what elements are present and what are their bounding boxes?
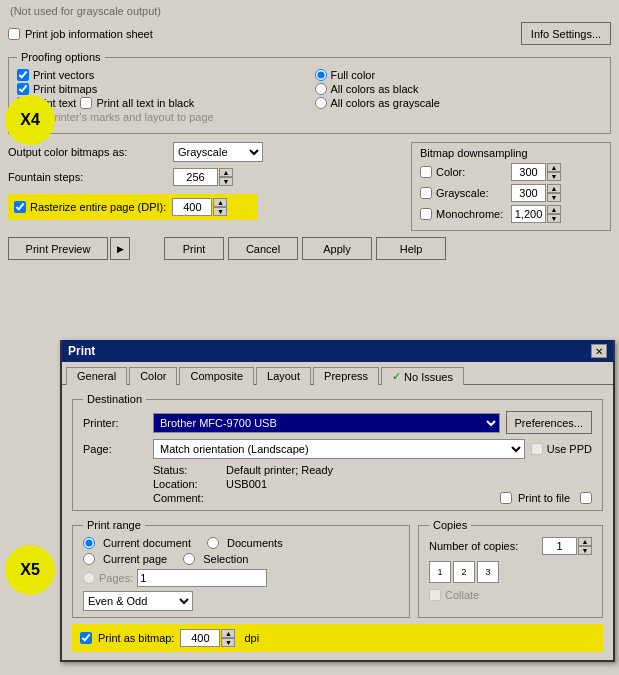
print-to-file-checkbox2[interactable] (580, 492, 592, 504)
status-section: Status: Default printer; Ready Location:… (153, 464, 592, 504)
print-as-bitmap-checkbox[interactable] (80, 632, 92, 644)
print-bitmap-input[interactable] (180, 629, 220, 647)
tab-prepress[interactable]: Prepress (313, 367, 379, 385)
color-down-btn[interactable]: ▼ (547, 172, 561, 181)
color-up-btn[interactable]: ▲ (547, 163, 561, 172)
bitmap-down-btn[interactable]: ▼ (221, 638, 235, 647)
selection-radio[interactable] (183, 553, 195, 565)
dialog-content: Destination Printer: Brother MFC-9700 US… (62, 385, 613, 660)
printer-select[interactable]: Brother MFC-9700 USB (153, 413, 500, 433)
no-issues-icon: ✓ (392, 370, 401, 383)
grayscale-up-btn[interactable]: ▲ (547, 184, 561, 193)
dpi-label: dpi (244, 632, 259, 644)
fit-printer-marks-row: Fit printer's marks and layout to page (17, 111, 305, 123)
bottom-buttons-row: Print Preview ▶ Print Cancel Apply Help (8, 237, 611, 260)
dialog-close-button[interactable]: ✕ (591, 344, 607, 358)
collate-label: Collate (445, 589, 479, 601)
print-preview-arrow[interactable]: ▶ (110, 237, 130, 260)
status-value: Default printer; Ready (226, 464, 333, 476)
print-button[interactable]: Print (164, 237, 224, 260)
all-colors-grayscale-row: All colors as grayscale (315, 97, 603, 109)
x5-badge: X5 (5, 545, 55, 595)
page-icon-3: 3 (477, 561, 499, 583)
monochrome-up-btn[interactable]: ▲ (547, 205, 561, 214)
bitmap-up-btn[interactable]: ▲ (221, 629, 235, 638)
grayscale-downsampling-row: Grayscale: ▲ ▼ (420, 184, 602, 202)
dialog-bottom: Print range Current document Documents C… (72, 519, 603, 618)
print-job-label: Print job information sheet (25, 28, 153, 40)
print-all-text-black-checkbox[interactable] (80, 97, 92, 109)
print-as-bitmap-label: Print as bitmap: (98, 632, 174, 644)
current-page-radio[interactable] (83, 553, 95, 565)
grayscale-down-btn[interactable]: ▼ (547, 193, 561, 202)
monochrome-downsampling-checkbox[interactable] (420, 208, 432, 220)
full-color-row: Full color (315, 69, 603, 81)
all-colors-grayscale-label: All colors as grayscale (331, 97, 440, 109)
pages-label: Pages: (99, 572, 133, 584)
monochrome-downsampling-input[interactable] (511, 205, 546, 223)
color-downsampling-checkbox[interactable] (420, 166, 432, 178)
print-preview-button[interactable]: Print Preview (8, 237, 108, 260)
info-settings-button[interactable]: Info Settings... (521, 22, 611, 45)
current-page-label: Current page (103, 553, 167, 565)
tab-layout[interactable]: Layout (256, 367, 311, 385)
current-document-radio[interactable] (83, 537, 95, 549)
page-select[interactable]: Match orientation (Landscape) Portrait L… (153, 439, 525, 459)
all-colors-black-radio[interactable] (315, 83, 327, 95)
documents-radio[interactable] (207, 537, 219, 549)
copies-down-btn[interactable]: ▼ (578, 546, 592, 555)
selection-label: Selection (203, 553, 248, 565)
fountain-steps-input[interactable] (173, 168, 218, 186)
monochrome-down-btn[interactable]: ▼ (547, 214, 561, 223)
print-bitmaps-label: Print bitmaps (33, 83, 97, 95)
even-odd-select[interactable]: Even & Odd (83, 591, 193, 611)
comment-key-label: Comment: (153, 492, 223, 504)
apply-button[interactable]: Apply (302, 237, 372, 260)
tabs-bar: General Color Composite Layout Prepress … (62, 362, 613, 385)
use-ppd-checkbox[interactable] (531, 443, 543, 455)
num-copies-label: Number of copies: (429, 540, 542, 552)
all-colors-grayscale-radio[interactable] (315, 97, 327, 109)
grayscale-downsampling-input[interactable] (511, 184, 546, 202)
print-to-file-checkbox[interactable] (500, 492, 512, 504)
tab-general[interactable]: General (66, 367, 127, 385)
grayscale-downsampling-checkbox[interactable] (420, 187, 432, 199)
num-copies-input[interactable] (542, 537, 577, 555)
fountain-up-btn[interactable]: ▲ (219, 168, 233, 177)
help-button[interactable]: Help (376, 237, 446, 260)
color-downsampling-input[interactable] (511, 163, 546, 181)
page-icon-1: 1 (429, 561, 451, 583)
grayscale-downsampling-label: Grayscale: (436, 187, 511, 199)
bitmap-downsampling-section: Bitmap downsampling Color: ▲ ▼ Grayscale… (411, 142, 611, 231)
dialog-title: Print (68, 344, 95, 358)
all-colors-black-row: All colors as black (315, 83, 603, 95)
even-odd-row: Even & Odd (83, 591, 399, 611)
preferences-button[interactable]: Preferences... (506, 411, 592, 434)
rasterize-input[interactable] (172, 198, 212, 216)
fountain-down-btn[interactable]: ▼ (219, 177, 233, 186)
tab-composite[interactable]: Composite (179, 367, 254, 385)
rasterize-up-btn[interactable]: ▲ (213, 198, 227, 207)
cancel-button[interactable]: Cancel (228, 237, 298, 260)
tab-color[interactable]: Color (129, 367, 177, 385)
top-panel: (Not used for grayscale output) Print jo… (0, 0, 619, 330)
rasterize-checkbox[interactable] (14, 201, 26, 213)
pages-input[interactable] (137, 569, 267, 587)
tab-no-issues[interactable]: ✓ No Issues (381, 367, 464, 385)
color-downsampling-row: Color: ▲ ▼ (420, 163, 602, 181)
print-to-file-label: Print to file (518, 492, 570, 504)
pages-row: Pages: (83, 569, 399, 587)
full-color-radio[interactable] (315, 69, 327, 81)
full-color-label: Full color (331, 69, 376, 81)
destination-legend: Destination (83, 393, 146, 405)
pages-radio[interactable] (83, 572, 95, 584)
output-color-select[interactable]: Grayscale RGB CMYK (173, 142, 263, 162)
print-job-checkbox[interactable] (8, 28, 20, 40)
rasterize-down-btn[interactable]: ▼ (213, 207, 227, 216)
comment-row: Comment: Print to file (153, 492, 592, 504)
print-bitmaps-checkbox[interactable] (17, 83, 29, 95)
page-icons: 1 2 3 (429, 561, 592, 583)
copies-up-btn[interactable]: ▲ (578, 537, 592, 546)
print-vectors-checkbox[interactable] (17, 69, 29, 81)
collate-checkbox[interactable] (429, 589, 441, 601)
